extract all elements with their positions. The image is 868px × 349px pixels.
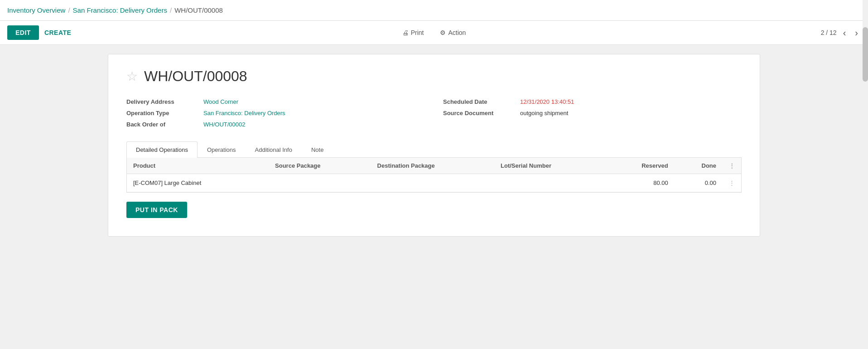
pagination-text: 2 / 12 xyxy=(821,29,837,36)
breadcrumb-inventory-overview[interactable]: Inventory Overview xyxy=(7,6,65,14)
chevron-right-icon xyxy=(855,29,858,37)
row-destination-package xyxy=(371,174,494,192)
row-source-package xyxy=(269,174,371,192)
table-row: [E-COM07] Large Cabinet 80.00 0.00 ⋮ xyxy=(127,174,741,192)
tab-operations[interactable]: Operations xyxy=(198,141,246,158)
action-bar: EDIT CREATE Print Action 2 / 12 xyxy=(0,21,868,45)
breadcrumb-current: WH/OUT/00008 xyxy=(174,6,223,14)
breadcrumb-sep-2: / xyxy=(170,6,172,14)
scheduled-date-label: Scheduled Date xyxy=(443,98,516,105)
col-options-header: ⋮ xyxy=(723,158,741,174)
favorite-star-icon[interactable]: ☆ xyxy=(126,70,138,83)
row-done: 0.00 xyxy=(675,174,723,192)
operation-type-value[interactable]: San Francisco: Delivery Orders xyxy=(203,110,285,116)
scrollbar-track[interactable] xyxy=(863,0,868,246)
print-icon xyxy=(402,29,409,36)
row-lot-serial xyxy=(494,174,606,192)
row-product: [E-COM07] Large Cabinet xyxy=(127,174,269,192)
record-title: WH/OUT/00008 xyxy=(144,68,247,85)
row-reserved: 80.00 xyxy=(606,174,675,192)
create-button[interactable]: CREATE xyxy=(39,25,77,40)
next-button[interactable] xyxy=(852,27,861,39)
center-actions: Print Action xyxy=(399,27,470,38)
fields-grid: Delivery Address Wood Corner Operation T… xyxy=(126,98,742,128)
gear-icon xyxy=(440,29,446,36)
main-content: ☆ WH/OUT/00008 Delivery Address Wood Cor… xyxy=(0,45,868,246)
col-destination-package-header: Destination Package xyxy=(371,158,494,174)
back-order-row: Back Order of WH/OUT/00002 xyxy=(126,121,425,128)
source-document-row: Source Document outgoing shipment xyxy=(443,110,742,116)
col-reserved-header: Reserved xyxy=(606,158,675,174)
fields-right: Scheduled Date 12/31/2020 13:40:51 Sourc… xyxy=(443,98,742,128)
delivery-address-row: Delivery Address Wood Corner xyxy=(126,98,425,105)
breadcrumb-bar: Inventory Overview / San Francisco: Deli… xyxy=(0,0,868,21)
form-card: ☆ WH/OUT/00008 Delivery Address Wood Cor… xyxy=(108,54,760,237)
table-header-row: Product Source Package Destination Packa… xyxy=(127,158,741,174)
scheduled-date-row: Scheduled Date 12/31/2020 13:40:51 xyxy=(443,98,742,105)
col-lot-serial-header: Lot/Serial Number xyxy=(494,158,606,174)
delivery-address-value[interactable]: Wood Corner xyxy=(203,98,238,105)
action-bar-wrapper: EDIT CREATE Print Action 2 / 12 xyxy=(7,25,861,40)
source-document-label: Source Document xyxy=(443,110,516,116)
tabs-container: Detailed Operations Operations Additiona… xyxy=(126,141,742,158)
prev-button[interactable] xyxy=(840,27,849,39)
tab-note[interactable]: Note xyxy=(302,141,333,158)
col-done-header: Done xyxy=(675,158,723,174)
delivery-address-label: Delivery Address xyxy=(126,98,199,105)
fields-left: Delivery Address Wood Corner Operation T… xyxy=(126,98,425,128)
scheduled-date-value: 12/31/2020 13:40:51 xyxy=(520,98,574,105)
operation-type-label: Operation Type xyxy=(126,110,199,116)
col-product-header: Product xyxy=(127,158,269,174)
form-footer: PUT IN PACK xyxy=(126,193,742,223)
pagination: 2 / 12 xyxy=(821,27,861,39)
action-button[interactable]: Action xyxy=(436,27,469,38)
print-button[interactable]: Print xyxy=(399,27,428,38)
action-label: Action xyxy=(448,29,466,36)
back-order-value[interactable]: WH/OUT/00002 xyxy=(203,121,245,128)
detailed-operations-table: Product Source Package Destination Packa… xyxy=(126,158,742,193)
back-order-label: Back Order of xyxy=(126,121,199,128)
put-in-pack-button[interactable]: PUT IN PACK xyxy=(126,202,187,218)
record-title-row: ☆ WH/OUT/00008 xyxy=(126,68,742,85)
breadcrumb-delivery-orders[interactable]: San Francisco: Delivery Orders xyxy=(73,6,167,14)
operation-type-row: Operation Type San Francisco: Delivery O… xyxy=(126,110,425,116)
tab-detailed-operations[interactable]: Detailed Operations xyxy=(126,141,198,158)
scrollbar-thumb[interactable] xyxy=(863,27,868,82)
source-document-value: outgoing shipment xyxy=(520,110,568,116)
breadcrumb-sep-1: / xyxy=(68,6,70,14)
breadcrumb: Inventory Overview / San Francisco: Deli… xyxy=(7,6,223,14)
tab-additional-info[interactable]: Additional Info xyxy=(246,141,302,158)
operations-table: Product Source Package Destination Packa… xyxy=(127,158,741,192)
chevron-left-icon xyxy=(843,29,846,37)
row-options-icon[interactable]: ⋮ xyxy=(723,174,741,192)
col-source-package-header: Source Package xyxy=(269,158,371,174)
edit-button[interactable]: EDIT xyxy=(7,25,39,40)
print-label: Print xyxy=(411,29,424,36)
